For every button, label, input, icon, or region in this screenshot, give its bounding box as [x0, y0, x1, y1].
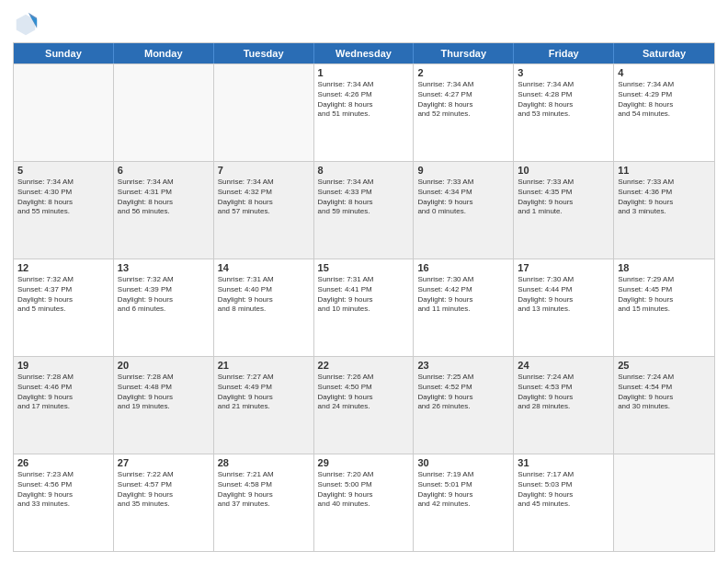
weekday-header-wednesday: Wednesday: [314, 43, 415, 63]
cell-day-number: 21: [218, 360, 310, 371]
calendar-cell-14: 14Sunrise: 7:31 AM Sunset: 4:40 PM Dayli…: [214, 259, 314, 356]
cell-info: Sunrise: 7:27 AM Sunset: 4:49 PM Dayligh…: [218, 373, 310, 412]
cell-day-number: 17: [518, 262, 609, 273]
calendar-cell-18: 18Sunrise: 7:29 AM Sunset: 4:45 PM Dayli…: [614, 259, 714, 356]
cell-day-number: 25: [618, 360, 711, 371]
calendar-body: 1Sunrise: 7:34 AM Sunset: 4:26 PM Daylig…: [14, 63, 714, 551]
cell-info: Sunrise: 7:34 AM Sunset: 4:32 PM Dayligh…: [218, 178, 310, 217]
cell-day-number: 5: [17, 165, 109, 176]
cell-day-number: 19: [17, 360, 109, 371]
cell-info: Sunrise: 7:29 AM Sunset: 4:45 PM Dayligh…: [618, 275, 711, 315]
cell-day-number: 16: [417, 262, 509, 273]
cell-day-number: 18: [618, 262, 711, 273]
weekday-header-friday: Friday: [514, 43, 614, 63]
cell-info: Sunrise: 7:19 AM Sunset: 5:01 PM Dayligh…: [417, 470, 509, 510]
cell-day-number: 6: [118, 165, 210, 176]
cell-info: Sunrise: 7:23 AM Sunset: 4:56 PM Dayligh…: [17, 470, 109, 510]
cell-day-number: 13: [118, 262, 210, 273]
cell-info: Sunrise: 7:34 AM Sunset: 4:26 PM Dayligh…: [318, 80, 410, 120]
calendar-cell-28: 28Sunrise: 7:21 AM Sunset: 4:58 PM Dayli…: [214, 454, 314, 551]
calendar-cell-8: 8Sunrise: 7:34 AM Sunset: 4:33 PM Daylig…: [314, 162, 415, 259]
logo-icon: [13, 11, 39, 37]
calendar-header-row: SundayMondayTuesdayWednesdayThursdayFrid…: [14, 43, 714, 63]
cell-day-number: 3: [518, 67, 609, 78]
cell-day-number: 23: [417, 360, 509, 371]
calendar-cell-24: 24Sunrise: 7:24 AM Sunset: 4:53 PM Dayli…: [514, 357, 614, 454]
calendar-row-1: 5Sunrise: 7:34 AM Sunset: 4:30 PM Daylig…: [14, 161, 714, 259]
cell-info: Sunrise: 7:33 AM Sunset: 4:35 PM Dayligh…: [518, 178, 609, 217]
cell-day-number: 31: [518, 457, 609, 468]
weekday-header-saturday: Saturday: [614, 43, 714, 63]
cell-day-number: 9: [417, 165, 509, 176]
calendar-cell-30: 30Sunrise: 7:19 AM Sunset: 5:01 PM Dayli…: [414, 454, 514, 551]
cell-info: Sunrise: 7:17 AM Sunset: 5:03 PM Dayligh…: [518, 470, 609, 510]
calendar-cell-16: 16Sunrise: 7:30 AM Sunset: 4:42 PM Dayli…: [414, 259, 514, 356]
cell-info: Sunrise: 7:34 AM Sunset: 4:29 PM Dayligh…: [618, 80, 711, 120]
cell-info: Sunrise: 7:34 AM Sunset: 4:28 PM Dayligh…: [518, 80, 609, 120]
cell-info: Sunrise: 7:34 AM Sunset: 4:33 PM Dayligh…: [318, 178, 410, 217]
calendar-cell-2: 2Sunrise: 7:34 AM Sunset: 4:27 PM Daylig…: [414, 64, 514, 161]
calendar-cell-27: 27Sunrise: 7:22 AM Sunset: 4:57 PM Dayli…: [114, 454, 214, 551]
cell-info: Sunrise: 7:32 AM Sunset: 4:37 PM Dayligh…: [17, 275, 109, 315]
cell-day-number: 22: [318, 360, 410, 371]
cell-day-number: 24: [518, 360, 609, 371]
calendar-cell-23: 23Sunrise: 7:25 AM Sunset: 4:52 PM Dayli…: [414, 357, 514, 454]
calendar-cell-empty-0-2: [214, 64, 314, 161]
calendar-row-0: 1Sunrise: 7:34 AM Sunset: 4:26 PM Daylig…: [14, 63, 714, 161]
calendar-cell-5: 5Sunrise: 7:34 AM Sunset: 4:30 PM Daylig…: [14, 162, 114, 259]
cell-info: Sunrise: 7:33 AM Sunset: 4:36 PM Dayligh…: [618, 178, 711, 217]
cell-day-number: 27: [118, 457, 210, 468]
calendar-cell-11: 11Sunrise: 7:33 AM Sunset: 4:36 PM Dayli…: [614, 162, 714, 259]
cell-day-number: 10: [518, 165, 609, 176]
calendar-row-2: 12Sunrise: 7:32 AM Sunset: 4:37 PM Dayli…: [14, 259, 714, 356]
calendar-cell-12: 12Sunrise: 7:32 AM Sunset: 4:37 PM Dayli…: [14, 259, 114, 356]
calendar: SundayMondayTuesdayWednesdayThursdayFrid…: [13, 42, 715, 552]
calendar-cell-empty-0-1: [114, 64, 214, 161]
cell-day-number: 8: [318, 165, 410, 176]
cell-day-number: 30: [417, 457, 509, 468]
cell-info: Sunrise: 7:31 AM Sunset: 4:41 PM Dayligh…: [318, 275, 410, 315]
cell-info: Sunrise: 7:30 AM Sunset: 4:44 PM Dayligh…: [518, 275, 609, 315]
weekday-header-sunday: Sunday: [14, 43, 114, 63]
cell-info: Sunrise: 7:28 AM Sunset: 4:46 PM Dayligh…: [17, 373, 109, 412]
calendar-cell-26: 26Sunrise: 7:23 AM Sunset: 4:56 PM Dayli…: [14, 454, 114, 551]
cell-info: Sunrise: 7:21 AM Sunset: 4:58 PM Dayligh…: [218, 470, 310, 510]
cell-info: Sunrise: 7:24 AM Sunset: 4:54 PM Dayligh…: [618, 373, 711, 412]
cell-day-number: 7: [218, 165, 310, 176]
cell-info: Sunrise: 7:22 AM Sunset: 4:57 PM Dayligh…: [118, 470, 210, 510]
cell-info: Sunrise: 7:28 AM Sunset: 4:48 PM Dayligh…: [118, 373, 210, 412]
cell-day-number: 11: [618, 165, 711, 176]
cell-day-number: 29: [318, 457, 410, 468]
calendar-cell-4: 4Sunrise: 7:34 AM Sunset: 4:29 PM Daylig…: [614, 64, 714, 161]
logo: [13, 11, 42, 37]
calendar-cell-21: 21Sunrise: 7:27 AM Sunset: 4:49 PM Dayli…: [214, 357, 314, 454]
cell-day-number: 1: [318, 67, 410, 78]
cell-day-number: 20: [118, 360, 210, 371]
calendar-cell-20: 20Sunrise: 7:28 AM Sunset: 4:48 PM Dayli…: [114, 357, 214, 454]
calendar-cell-22: 22Sunrise: 7:26 AM Sunset: 4:50 PM Dayli…: [314, 357, 415, 454]
cell-info: Sunrise: 7:24 AM Sunset: 4:53 PM Dayligh…: [518, 373, 609, 412]
calendar-cell-15: 15Sunrise: 7:31 AM Sunset: 4:41 PM Dayli…: [314, 259, 415, 356]
calendar-cell-13: 13Sunrise: 7:32 AM Sunset: 4:39 PM Dayli…: [114, 259, 214, 356]
calendar-cell-empty-0-0: [14, 64, 114, 161]
calendar-cell-9: 9Sunrise: 7:33 AM Sunset: 4:34 PM Daylig…: [414, 162, 514, 259]
calendar-cell-7: 7Sunrise: 7:34 AM Sunset: 4:32 PM Daylig…: [214, 162, 314, 259]
cell-info: Sunrise: 7:26 AM Sunset: 4:50 PM Dayligh…: [318, 373, 410, 412]
calendar-cell-19: 19Sunrise: 7:28 AM Sunset: 4:46 PM Dayli…: [14, 357, 114, 454]
calendar-cell-10: 10Sunrise: 7:33 AM Sunset: 4:35 PM Dayli…: [514, 162, 614, 259]
cell-info: Sunrise: 7:32 AM Sunset: 4:39 PM Dayligh…: [118, 275, 210, 315]
page-header: [13, 11, 715, 37]
cell-info: Sunrise: 7:34 AM Sunset: 4:30 PM Dayligh…: [17, 178, 109, 217]
calendar-row-3: 19Sunrise: 7:28 AM Sunset: 4:46 PM Dayli…: [14, 356, 714, 454]
cell-day-number: 12: [17, 262, 109, 273]
cell-day-number: 2: [417, 67, 509, 78]
calendar-cell-3: 3Sunrise: 7:34 AM Sunset: 4:28 PM Daylig…: [514, 64, 614, 161]
cell-info: Sunrise: 7:34 AM Sunset: 4:31 PM Dayligh…: [118, 178, 210, 217]
cell-day-number: 15: [318, 262, 410, 273]
calendar-row-4: 26Sunrise: 7:23 AM Sunset: 4:56 PM Dayli…: [14, 454, 714, 551]
cell-day-number: 14: [218, 262, 310, 273]
calendar-cell-25: 25Sunrise: 7:24 AM Sunset: 4:54 PM Dayli…: [614, 357, 714, 454]
calendar-cell-empty-4-6: [614, 454, 714, 551]
cell-day-number: 4: [618, 67, 711, 78]
calendar-cell-31: 31Sunrise: 7:17 AM Sunset: 5:03 PM Dayli…: [514, 454, 614, 551]
